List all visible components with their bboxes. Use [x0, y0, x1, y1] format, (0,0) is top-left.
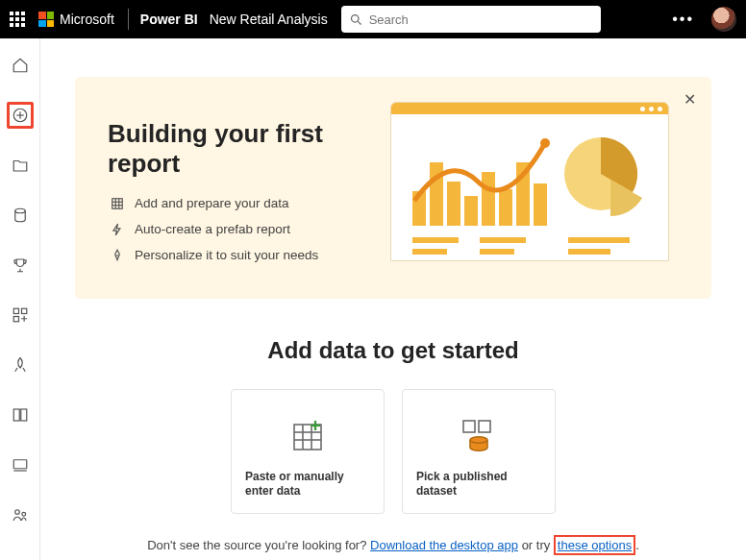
svg-rect-15 — [112, 198, 123, 208]
hero-step-1: Add and prepare your data — [108, 196, 390, 210]
main-content: ✕ Building your first report Add and pre… — [40, 38, 746, 560]
svg-rect-10 — [20, 409, 26, 421]
nav-data-hub-icon[interactable] — [7, 202, 34, 229]
nav-workspaces-icon[interactable] — [7, 451, 34, 478]
svg-rect-22 — [447, 182, 460, 226]
svg-rect-24 — [482, 172, 495, 226]
hero-banner: ✕ Building your first report Add and pre… — [75, 77, 711, 299]
svg-rect-33 — [480, 249, 514, 255]
footer-mid: or try — [522, 538, 554, 552]
svg-point-13 — [14, 510, 19, 515]
svg-line-1 — [358, 21, 361, 24]
svg-rect-31 — [412, 249, 447, 255]
svg-rect-34 — [568, 237, 630, 243]
svg-rect-44 — [479, 421, 490, 432]
nav-shared-icon[interactable] — [7, 501, 34, 528]
svg-rect-36 — [294, 425, 321, 450]
data-source-cards: Paste or manually enter data Pick a publ… — [75, 389, 711, 514]
nav-home-icon[interactable] — [7, 52, 34, 79]
app-launcher-icon[interactable] — [10, 12, 25, 27]
card-label: Pick a published dataset — [416, 470, 541, 499]
hero-step-2: Auto-create a prefab report — [108, 222, 390, 236]
more-menu-icon[interactable]: ••• — [672, 11, 694, 28]
these-options-link[interactable]: these options — [558, 538, 632, 552]
nav-deployment-icon[interactable] — [7, 352, 34, 378]
svg-rect-32 — [480, 237, 526, 243]
left-nav-rail — [0, 38, 40, 560]
footer-help-line: Don't see the source you're looking for?… — [75, 535, 711, 555]
workspace-label: New Retail Analysis — [210, 12, 328, 27]
svg-rect-25 — [499, 189, 512, 226]
search-input[interactable] — [369, 12, 593, 27]
svg-rect-30 — [412, 237, 459, 243]
nav-apps-icon[interactable] — [7, 302, 34, 329]
hero-illustration — [390, 102, 669, 261]
svg-rect-43 — [463, 421, 475, 432]
nav-browse-icon[interactable] — [7, 152, 34, 179]
svg-rect-7 — [21, 308, 26, 313]
svg-rect-9 — [13, 409, 19, 421]
paste-data-icon — [245, 403, 370, 470]
svg-rect-8 — [13, 317, 18, 322]
brand-label: Microsoft — [60, 12, 114, 27]
svg-rect-35 — [568, 249, 610, 255]
svg-rect-23 — [464, 196, 478, 226]
svg-rect-6 — [13, 308, 18, 313]
nav-learn-icon[interactable] — [7, 402, 34, 428]
step-label: Auto-create a prefab report — [135, 222, 290, 236]
footer-lead: Don't see the source you're looking for? — [147, 538, 370, 552]
hero-step-3: Personalize it to suit your needs — [108, 248, 390, 262]
section-title: Add data to get started — [75, 337, 711, 364]
step-label: Add and prepare your data — [135, 196, 289, 210]
svg-rect-27 — [534, 183, 547, 226]
dataset-icon — [416, 403, 541, 470]
svg-rect-11 — [13, 460, 27, 469]
product-label: Power BI — [140, 12, 198, 27]
svg-point-0 — [351, 14, 359, 22]
card-published-dataset[interactable]: Pick a published dataset — [402, 389, 556, 514]
download-desktop-link[interactable]: Download the desktop app — [370, 538, 518, 552]
top-bar: Microsoft Power BI New Retail Analysis •… — [0, 0, 746, 38]
card-paste-data[interactable]: Paste or manually enter data — [231, 389, 385, 514]
nav-create-icon[interactable] — [7, 102, 34, 129]
close-icon[interactable]: ✕ — [684, 90, 696, 109]
search-icon — [349, 12, 363, 27]
footer-tail: . — [635, 538, 639, 552]
step-label: Personalize it to suit your needs — [135, 248, 318, 262]
svg-rect-21 — [430, 162, 443, 226]
search-box[interactable] — [341, 6, 601, 33]
nav-metrics-icon[interactable] — [7, 252, 34, 279]
pen-icon — [108, 249, 127, 262]
avatar[interactable] — [711, 7, 736, 32]
microsoft-logo-icon — [38, 12, 54, 27]
divider — [128, 9, 129, 30]
card-label: Paste or manually enter data — [245, 470, 370, 499]
grid-icon — [108, 197, 127, 210]
hero-title: Building your first report — [108, 119, 390, 179]
svg-point-14 — [21, 512, 25, 516]
svg-point-5 — [14, 208, 25, 213]
bolt-icon — [108, 223, 127, 236]
svg-point-28 — [540, 138, 550, 148]
